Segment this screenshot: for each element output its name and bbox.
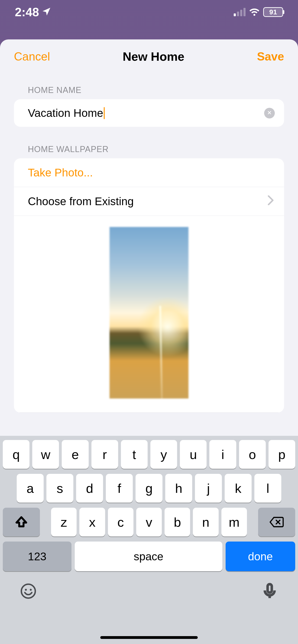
- nav-bar: Cancel New Home Save: [0, 40, 298, 69]
- home-name-card: Vacation Home: [14, 99, 284, 127]
- home-indicator[interactable]: [100, 636, 198, 639]
- key-g[interactable]: g: [136, 474, 162, 502]
- key-q[interactable]: q: [3, 440, 30, 469]
- key-y[interactable]: y: [150, 440, 177, 469]
- clear-text-button[interactable]: [264, 108, 275, 118]
- key-a[interactable]: a: [17, 474, 44, 502]
- cancel-button[interactable]: Cancel: [14, 50, 50, 63]
- location-icon: [42, 5, 51, 19]
- wallpaper-section-label: HOME WALLPAPER: [14, 144, 284, 158]
- svg-point-2: [30, 589, 32, 591]
- space-key[interactable]: space: [75, 542, 222, 571]
- key-c[interactable]: c: [108, 508, 133, 536]
- take-photo-row[interactable]: Take Photo...: [14, 158, 284, 187]
- key-s[interactable]: s: [47, 474, 73, 502]
- emoji-key[interactable]: [20, 583, 37, 600]
- wallpaper-preview[interactable]: [110, 227, 188, 398]
- key-k[interactable]: k: [225, 474, 251, 502]
- status-bar: 2:48 91: [0, 0, 298, 28]
- wifi-icon: [249, 6, 260, 18]
- take-photo-label: Take Photo...: [28, 166, 93, 179]
- key-u[interactable]: u: [180, 440, 207, 469]
- dictation-key[interactable]: [261, 583, 278, 600]
- wallpaper-card: Take Photo... Choose from Existing: [14, 158, 284, 413]
- shift-key[interactable]: [3, 508, 40, 536]
- key-z[interactable]: z: [51, 508, 77, 536]
- key-v[interactable]: v: [136, 508, 162, 536]
- key-j[interactable]: j: [195, 474, 222, 502]
- home-name-input[interactable]: Vacation Home: [14, 99, 284, 127]
- key-o[interactable]: o: [239, 440, 266, 469]
- key-n[interactable]: n: [193, 508, 218, 536]
- key-w[interactable]: w: [32, 440, 59, 469]
- choose-existing-row[interactable]: Choose from Existing: [14, 187, 284, 216]
- key-x[interactable]: x: [79, 508, 105, 536]
- key-l[interactable]: l: [254, 474, 281, 502]
- backspace-key[interactable]: [258, 508, 295, 536]
- key-t[interactable]: t: [121, 440, 148, 469]
- choose-existing-label: Choose from Existing: [28, 195, 134, 208]
- key-f[interactable]: f: [106, 474, 133, 502]
- key-b[interactable]: b: [165, 508, 190, 536]
- done-key[interactable]: done: [226, 542, 295, 571]
- home-name-value: Vacation Home: [28, 107, 103, 120]
- page-title: New Home: [123, 50, 184, 64]
- chevron-right-icon: [268, 195, 274, 208]
- keyboard: qwertyuiop asdfghjkl zxcvbnm 123 space d…: [0, 436, 298, 644]
- svg-point-0: [21, 584, 35, 598]
- key-e[interactable]: e: [62, 440, 88, 469]
- key-r[interactable]: r: [91, 440, 118, 469]
- key-p[interactable]: p: [268, 440, 295, 469]
- numbers-key[interactable]: 123: [3, 542, 72, 571]
- save-button[interactable]: Save: [257, 50, 284, 63]
- battery-percent: 91: [269, 8, 277, 16]
- key-d[interactable]: d: [76, 474, 103, 502]
- xmark-icon: [267, 110, 272, 116]
- status-time: 2:48: [15, 5, 39, 19]
- battery-indicator: 91: [263, 7, 283, 17]
- svg-point-1: [25, 589, 27, 591]
- text-cursor: [104, 107, 105, 119]
- key-h[interactable]: h: [165, 474, 192, 502]
- svg-rect-3: [267, 584, 272, 592]
- key-i[interactable]: i: [209, 440, 236, 469]
- key-m[interactable]: m: [221, 508, 247, 536]
- cellular-signal-icon: [234, 8, 245, 16]
- home-name-section-label: HOME NAME: [14, 85, 284, 99]
